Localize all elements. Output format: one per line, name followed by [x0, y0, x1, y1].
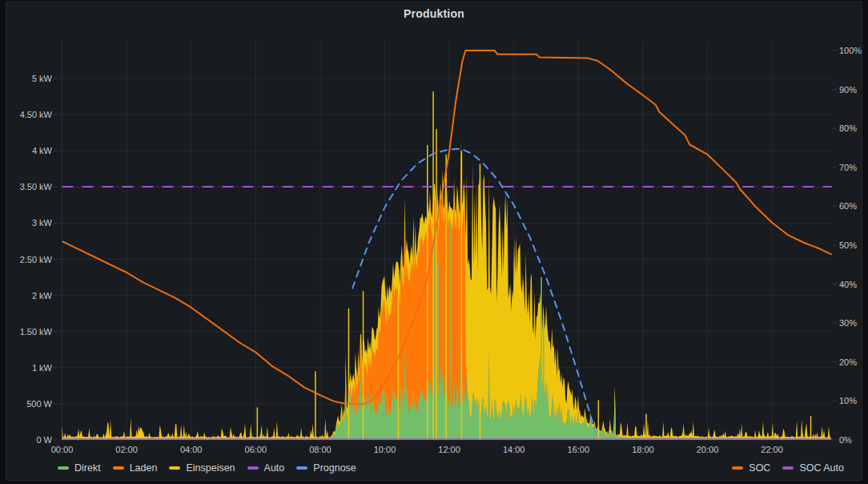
- x-axis-tick: 20:00: [688, 444, 728, 455]
- x-axis-tick: 02:00: [106, 444, 147, 455]
- legend-label: Auto: [264, 462, 285, 474]
- legend-left-group: DirektLadenEinspeisenAutoPrognose: [58, 462, 356, 474]
- x-axis-tick: 08:00: [300, 444, 340, 455]
- legend-swatch-icon: [58, 466, 69, 470]
- legend-item-laden[interactable]: Laden: [113, 462, 158, 474]
- legend-label: SOC Auto: [799, 462, 844, 474]
- legend-item-auto[interactable]: Auto: [247, 462, 285, 474]
- x-axis: 00:0002:0004:0006:0008:0010:0012:0014:00…: [6, 2, 868, 484]
- legend-swatch-icon: [782, 466, 794, 470]
- legend-item-direkt[interactable]: Direkt: [58, 462, 101, 474]
- dashboard-stage: Produktion 0 W500 W1 kW1.50 kW2 kW2.50 k…: [0, 0, 868, 484]
- legend-label: Einspeisen: [186, 462, 235, 474]
- legend-label: Direkt: [74, 462, 101, 474]
- x-axis-tick: 18:00: [623, 444, 663, 455]
- legend-swatch-icon: [732, 466, 743, 470]
- x-axis-tick: 12:00: [429, 444, 469, 455]
- legend-label: Prognose: [313, 462, 356, 474]
- produktion-panel: Produktion 0 W500 W1 kW1.50 kW2 kW2.50 k…: [6, 2, 862, 481]
- legend-swatch-icon: [113, 466, 124, 470]
- legend-swatch-icon: [169, 466, 180, 470]
- x-axis-tick: 14:00: [494, 444, 534, 455]
- legend-swatch-icon: [247, 466, 259, 470]
- legend-item-prognose[interactable]: Prognose: [296, 462, 356, 474]
- x-axis-tick: 00:00: [42, 444, 82, 455]
- legend-right-group: SOCSOC Auto: [732, 462, 844, 474]
- legend-item-soc-auto[interactable]: SOC Auto: [782, 462, 844, 474]
- legend-label: Laden: [130, 462, 158, 474]
- x-axis-tick: 06:00: [235, 444, 275, 455]
- legend-item-einspeisen[interactable]: Einspeisen: [169, 462, 235, 474]
- legend-item-soc[interactable]: SOC: [732, 462, 770, 474]
- x-axis-tick: 16:00: [558, 444, 598, 455]
- legend: DirektLadenEinspeisenAutoPrognose SOCSOC…: [6, 459, 862, 477]
- x-axis-tick: 22:00: [752, 444, 792, 455]
- x-axis-tick: 10:00: [365, 444, 405, 455]
- legend-swatch-icon: [296, 466, 307, 470]
- legend-label: SOC: [749, 462, 770, 474]
- x-axis-tick: 04:00: [171, 444, 211, 455]
